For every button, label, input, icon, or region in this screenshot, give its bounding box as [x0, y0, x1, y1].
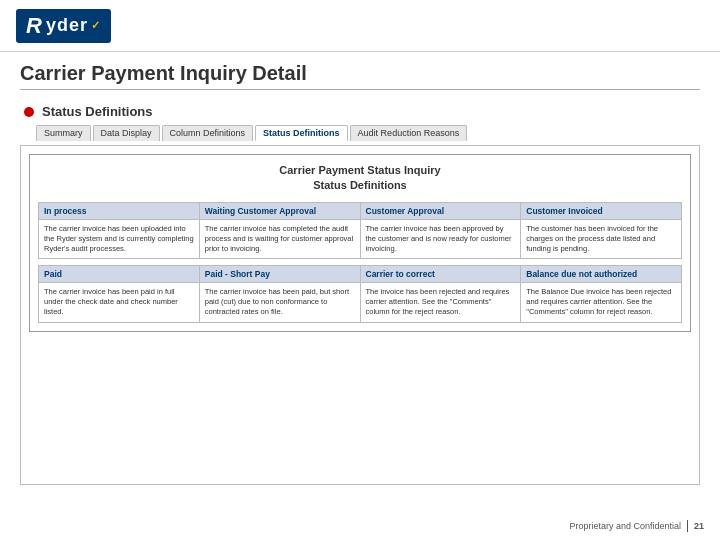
logo: R yder ✓ [16, 9, 111, 43]
status-panel: Carrier Payment Status Inquiry Status De… [29, 154, 691, 332]
status-grid-row1-bodies: The carrier invoice has been uploaded in… [38, 220, 682, 259]
tab-audit-reduction[interactable]: Audit Reduction Reasons [350, 125, 468, 141]
cell-waiting-approval: The carrier invoice has completed the au… [200, 220, 361, 259]
cell-paid-short-pay: The carrier invoice has been paid, but s… [200, 283, 361, 322]
footer-page-number: 21 [694, 521, 704, 531]
bullet-label: Status Definitions [42, 104, 153, 119]
footer: Proprietary and Confidential 21 [569, 520, 704, 532]
header-paid-short-pay: Paid - Short Pay [200, 266, 361, 283]
cell-in-process: The carrier invoice has been uploaded in… [39, 220, 200, 259]
tab-summary[interactable]: Summary [36, 125, 91, 141]
bullet-dot [24, 107, 34, 117]
page-title-bar: Carrier Payment Inquiry Detail [0, 52, 720, 100]
header-customer-invoiced: Customer Invoiced [521, 203, 682, 220]
header-customer-approval: Customer Approval [361, 203, 522, 220]
ryder-logo: R yder ✓ [16, 9, 111, 43]
header-in-process: In process [39, 203, 200, 220]
tab-column-definitions[interactable]: Column Definitions [162, 125, 254, 141]
content-box: Carrier Payment Status Inquiry Status De… [20, 145, 700, 485]
header-carrier-to-correct: Carrier to correct [361, 266, 522, 283]
logo-checkmark-icon: ✓ [91, 19, 101, 32]
logo-text: yder [46, 15, 88, 36]
footer-divider-icon [687, 520, 688, 532]
status-grid-row2-bodies: The carrier invoice has been paid in ful… [38, 283, 682, 322]
header: R yder ✓ [0, 0, 720, 52]
title-divider [20, 89, 700, 90]
tab-data-display[interactable]: Data Display [93, 125, 160, 141]
tabs-row: Summary Data Display Column Definitions … [0, 123, 720, 141]
cell-customer-approval: The carrier invoice has been approved by… [361, 220, 522, 259]
cell-paid: The carrier invoice has been paid in ful… [39, 283, 200, 322]
header-paid: Paid [39, 266, 200, 283]
logo-r-letter: R [26, 13, 43, 39]
footer-text: Proprietary and Confidential [569, 521, 681, 531]
header-waiting-approval: Waiting Customer Approval [200, 203, 361, 220]
header-balance-due: Balance due not authorized [521, 266, 682, 283]
cell-customer-invoiced: The customer has been invoiced for the c… [521, 220, 682, 259]
bullet-section: Status Definitions [0, 100, 720, 123]
status-grid-row2-headers: Paid Paid - Short Pay Carrier to correct… [38, 265, 682, 283]
cell-balance-due: The Balance Due invoice has been rejecte… [521, 283, 682, 322]
cell-carrier-to-correct: The invoice has been rejected and requir… [361, 283, 522, 322]
status-grid-row1-headers: In process Waiting Customer Approval Cus… [38, 202, 682, 220]
page-title: Carrier Payment Inquiry Detail [20, 62, 700, 85]
status-panel-title: Carrier Payment Status Inquiry Status De… [38, 163, 682, 194]
tab-status-definitions[interactable]: Status Definitions [255, 125, 348, 141]
